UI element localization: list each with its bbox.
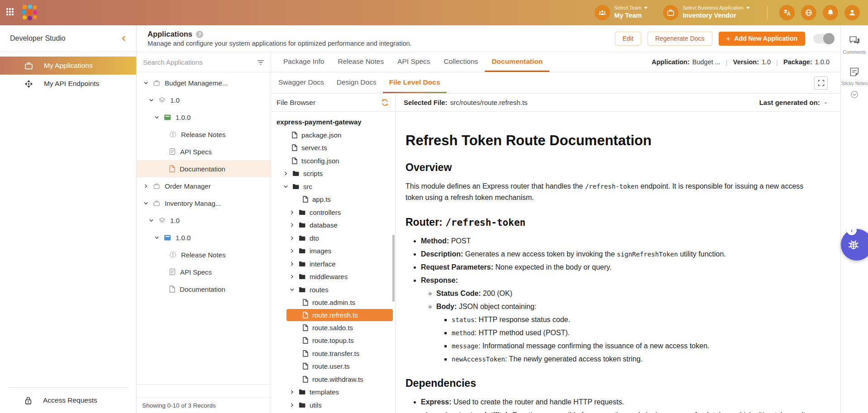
chevron-right-icon[interactable] — [289, 274, 295, 279]
sidebar-item-my-api-endpoints[interactable]: My API Endpoints — [0, 75, 136, 93]
chevron-down-icon[interactable] — [283, 184, 288, 189]
applications-panel: Budget Manageme... 1.0 1.0.0 — [137, 52, 271, 413]
chevron-down-icon[interactable] — [143, 201, 148, 206]
filter-icon[interactable] — [257, 59, 264, 65]
globe-icon[interactable] — [801, 5, 816, 20]
app-tree-item[interactable]: 1.0 — [137, 212, 271, 229]
file-tree-folder[interactable]: routes — [271, 283, 395, 296]
assistant-collapse-icon[interactable]: ‹ — [847, 225, 857, 235]
sidebar-item-access-requests[interactable]: Access Requests — [0, 388, 136, 413]
subtab-swagger-docs[interactable]: Swagger Docs — [272, 72, 330, 93]
app-tree-item[interactable]: Order Manager — [137, 177, 271, 195]
list-item: Method: POST — [421, 236, 813, 247]
app-tree-item[interactable]: Release Notes — [137, 126, 271, 143]
chevron-right-icon[interactable] — [143, 184, 148, 189]
chevron-down-icon[interactable] — [148, 98, 154, 103]
chevron-right-icon[interactable] — [289, 403, 295, 408]
help-icon[interactable]: ? — [196, 31, 203, 38]
file-tree-item[interactable]: route.user.ts — [271, 360, 395, 373]
tab-package-info[interactable]: Package Info — [277, 52, 331, 72]
chevron-down-icon[interactable] — [143, 81, 148, 85]
app-tree-item[interactable]: 1.0.0 — [137, 229, 271, 246]
chevron-right-icon[interactable] — [289, 236, 295, 241]
refresh-icon[interactable] — [381, 99, 389, 106]
regenerate-docs-button[interactable]: Regenerate Docs — [648, 32, 712, 46]
subtab-file-level-docs[interactable]: File Level Docs — [383, 72, 447, 93]
list-item: Request Parameters: None expected in the… — [421, 262, 813, 273]
chevron-down-icon[interactable] — [154, 235, 159, 240]
team-icon — [595, 5, 610, 20]
file-tree-item[interactable]: route.admin.ts — [271, 296, 395, 309]
user-avatar-icon[interactable] — [844, 5, 860, 20]
documentation-content: Refresh Token Route Documentation Overvi… — [396, 112, 840, 413]
sidebar-collapse-icon[interactable] — [121, 35, 126, 42]
chevron-right-icon[interactable] — [289, 248, 295, 253]
business-application-selector[interactable]: Select Business Application Inventory Ve… — [663, 5, 750, 20]
app-tree-item[interactable]: Budget Manageme... — [137, 74, 271, 91]
app-tree-item[interactable]: 1.0.0 — [137, 109, 271, 126]
file-tree-item[interactable]: package.json — [271, 128, 395, 142]
app-tree-item[interactable]: Documentation — [137, 280, 271, 298]
file-tree-folder[interactable]: src — [271, 180, 395, 193]
file-tree-folder[interactable]: database — [271, 219, 395, 232]
doc-title: Refresh Token Route Documentation — [405, 133, 813, 149]
file-tree-folder[interactable]: interface — [271, 257, 395, 271]
chevron-down-icon[interactable] — [154, 115, 159, 120]
file-tree-item[interactable]: route.saldo.ts — [271, 321, 395, 334]
file-tree-item[interactable]: route.topup.ts — [271, 334, 395, 347]
sidebar-item-my-applications[interactable]: My Applications — [0, 57, 136, 75]
file-icon — [292, 144, 297, 151]
file-tree-item[interactable]: app.ts — [271, 193, 395, 206]
app-tree-item[interactable]: API Specs — [137, 143, 271, 160]
team-selector[interactable]: Select Team My Team — [595, 5, 648, 20]
tab-collections[interactable]: Collections — [437, 52, 485, 72]
app-tree-item[interactable]: Inventory Manag... — [137, 195, 271, 212]
fullscreen-button[interactable] — [814, 76, 828, 90]
chevron-right-icon[interactable] — [289, 261, 295, 266]
app-tree-item[interactable]: API Specs — [137, 263, 271, 280]
file-tree-folder[interactable]: dto — [271, 232, 395, 245]
app-tree-item[interactable]: 1.0 — [137, 91, 271, 109]
search-applications-input[interactable] — [143, 58, 253, 66]
file-tree-root[interactable]: express-payment-gateway — [271, 115, 395, 128]
file-tree-item[interactable]: route.withdraw.ts — [271, 373, 395, 386]
collapse-rail-button[interactable] — [850, 90, 858, 99]
app-grid-icon[interactable] — [6, 8, 15, 17]
chevron-right-icon[interactable] — [283, 171, 288, 176]
app-tree-item-documentation-selected[interactable]: Documentation — [137, 160, 271, 177]
sticky-notes-button[interactable]: Sticky Notes — [841, 66, 868, 86]
file-tree-folder[interactable]: scripts — [271, 167, 395, 180]
file-tree-item[interactable]: route.transfer.ts — [271, 347, 395, 360]
header-toggle-switch[interactable] — [813, 34, 834, 43]
tab-release-notes[interactable]: Release Notes — [331, 52, 391, 72]
comments-button[interactable]: Comments — [843, 35, 866, 55]
chevron-down-icon[interactable] — [148, 218, 154, 223]
add-new-application-button[interactable]: + Add New Application — [719, 32, 805, 46]
file-tree-item[interactable]: tsconfig.json — [271, 154, 395, 167]
code-inline: newAccessToken — [452, 356, 505, 363]
chevron-down-icon — [746, 7, 750, 9]
subtab-design-docs[interactable]: Design Docs — [330, 72, 383, 93]
doc-paragraph: This module defines an Express router th… — [405, 181, 813, 204]
tab-api-specs[interactable]: API Specs — [391, 52, 437, 72]
file-tree-folder[interactable]: utils — [271, 399, 395, 412]
file-tree-item-selected[interactable]: route.refresh.ts — [286, 309, 393, 321]
list-item: signRefreshToken (utility): Function res… — [421, 410, 813, 413]
file-tree-folder[interactable]: middlewares — [271, 271, 395, 284]
chevron-right-icon[interactable] — [289, 389, 295, 394]
file-tree-folder[interactable]: controllers — [271, 206, 395, 219]
edit-button[interactable]: Edit — [615, 32, 641, 46]
file-icon — [303, 337, 308, 344]
lock-icon — [24, 396, 32, 405]
chevron-right-icon[interactable] — [289, 223, 295, 228]
file-tree-folder[interactable]: templates — [271, 386, 395, 399]
tab-documentation[interactable]: Documentation — [485, 52, 549, 72]
translate-icon[interactable] — [779, 5, 795, 20]
file-tree-item[interactable]: server.ts — [271, 142, 395, 155]
file-tree-scrollbar[interactable] — [392, 235, 395, 302]
chevron-right-icon[interactable] — [289, 210, 295, 215]
notifications-bell-icon[interactable] — [823, 5, 838, 20]
app-tree-item[interactable]: Release Notes — [137, 246, 271, 263]
chevron-down-icon[interactable] — [289, 287, 295, 292]
file-tree-folder[interactable]: images — [271, 245, 395, 258]
